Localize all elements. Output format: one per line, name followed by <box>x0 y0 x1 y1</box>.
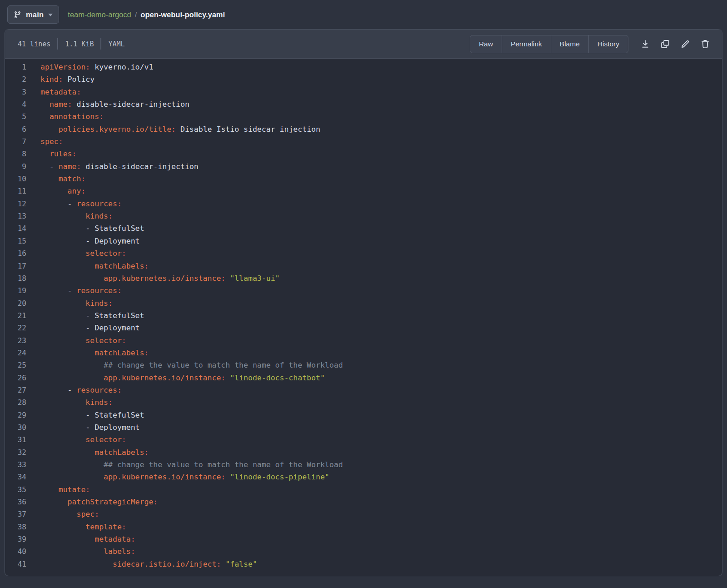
code-token-p <box>40 125 59 134</box>
line-number[interactable]: 41 <box>5 558 26 570</box>
line-number[interactable]: 4 <box>5 98 26 110</box>
code-view: 1apiVersion: kyverno.io/v12kind: Policy3… <box>5 59 722 570</box>
code-line: 38 template: <box>5 521 722 533</box>
line-number[interactable]: 11 <box>5 185 26 197</box>
permalink-button[interactable]: Permalink <box>502 35 551 53</box>
download-icon[interactable] <box>637 35 654 53</box>
branch-selector-button[interactable]: main <box>7 5 59 24</box>
code-text: matchLabels: <box>26 347 149 359</box>
line-number[interactable]: 19 <box>5 284 26 297</box>
code-line: 9 - name: disable-sidecar-injection <box>5 160 722 173</box>
code-token-p <box>40 498 68 506</box>
history-button[interactable]: History <box>588 35 628 53</box>
line-number[interactable]: 21 <box>5 309 26 322</box>
code-token-c: : <box>144 262 149 270</box>
line-number[interactable]: 13 <box>5 210 26 222</box>
code-text: - resources: <box>26 384 122 396</box>
code-token-c: : <box>108 299 113 308</box>
line-number[interactable]: 31 <box>5 434 26 446</box>
copy-icon[interactable] <box>657 35 674 53</box>
line-number[interactable]: 30 <box>5 421 26 434</box>
code-token-p: - Deployment <box>40 237 140 245</box>
code-token-c: : <box>122 336 126 345</box>
line-number[interactable]: 25 <box>5 359 26 371</box>
line-number[interactable]: 37 <box>5 508 26 520</box>
line-number[interactable]: 38 <box>5 521 26 533</box>
code-token-k: spec <box>76 510 95 518</box>
line-number[interactable]: 9 <box>5 160 26 173</box>
code-line: 34 app.kubernetes.io/instance: "linode-d… <box>5 471 722 483</box>
line-number[interactable]: 20 <box>5 297 26 309</box>
edit-icon[interactable] <box>677 35 694 53</box>
file-header-bar: 41 lines 1.1 KiB YAML Raw Permalink Blam… <box>5 30 722 59</box>
code-text: - name: disable-sidecar-injection <box>26 160 199 173</box>
code-token-p: Policy <box>63 75 95 84</box>
code-text: - resources: <box>26 284 122 297</box>
code-line: 20 kinds: <box>5 297 722 309</box>
breadcrumb-repo-link[interactable]: team-demo-argocd <box>68 10 131 19</box>
code-line: 16 selector: <box>5 247 722 259</box>
line-number[interactable]: 18 <box>5 272 26 284</box>
line-number[interactable]: 8 <box>5 148 26 160</box>
code-line: 2kind: Policy <box>5 73 722 85</box>
line-number[interactable]: 34 <box>5 471 26 483</box>
delete-icon[interactable] <box>697 35 714 53</box>
line-number[interactable]: 6 <box>5 123 26 135</box>
code-token-p <box>40 361 104 369</box>
code-token-s: "llama3-ui" <box>230 274 279 283</box>
code-token-c: : <box>99 112 104 121</box>
blame-button[interactable]: Blame <box>551 35 589 53</box>
code-token-p <box>40 485 59 494</box>
line-number[interactable]: 12 <box>5 198 26 210</box>
code-line: 33 ## change the value to match the name… <box>5 458 722 471</box>
code-line: 18 app.kubernetes.io/instance: "llama3-u… <box>5 272 722 284</box>
line-number[interactable]: 17 <box>5 260 26 272</box>
code-token-k: kinds <box>85 212 108 220</box>
code-token-k: metadata <box>95 535 130 543</box>
line-number[interactable]: 36 <box>5 496 26 508</box>
code-line: 7spec: <box>5 135 722 148</box>
line-number[interactable]: 3 <box>5 86 26 98</box>
code-token-p <box>40 460 104 469</box>
code-token-k: patchStrategicMerge <box>68 498 154 506</box>
code-text: spec: <box>26 135 63 148</box>
code-text: - Deployment <box>26 421 140 434</box>
code-text: app.kubernetes.io/instance: "linode-docs… <box>26 372 325 384</box>
line-number[interactable]: 33 <box>5 458 26 471</box>
code-token-k: selector <box>85 435 121 444</box>
line-number[interactable]: 32 <box>5 446 26 458</box>
line-number[interactable]: 16 <box>5 247 26 259</box>
line-number[interactable]: 1 <box>5 61 26 73</box>
line-number[interactable]: 23 <box>5 334 26 347</box>
code-text: apiVersion: kyverno.io/v1 <box>26 61 153 73</box>
line-number[interactable]: 15 <box>5 235 26 247</box>
code-token-k: app.kubernetes.io/instance <box>104 473 221 481</box>
code-token-c: : <box>59 75 63 84</box>
code-token-k: rules <box>50 149 72 158</box>
line-number[interactable]: 35 <box>5 483 26 496</box>
code-token-k: match <box>59 174 81 183</box>
line-number[interactable]: 29 <box>5 409 26 421</box>
code-token-p <box>40 149 50 158</box>
code-token-s: "linode-docs-pipeline" <box>230 473 329 481</box>
line-number[interactable]: 39 <box>5 533 26 545</box>
line-number[interactable]: 24 <box>5 347 26 359</box>
line-number[interactable]: 28 <box>5 396 26 409</box>
line-number[interactable]: 7 <box>5 135 26 148</box>
code-token-k: apiVersion <box>40 63 85 71</box>
line-number[interactable]: 22 <box>5 322 26 334</box>
line-number[interactable]: 5 <box>5 110 26 123</box>
line-number[interactable]: 10 <box>5 173 26 185</box>
line-number[interactable]: 40 <box>5 545 26 558</box>
line-number[interactable]: 27 <box>5 384 26 396</box>
line-number[interactable]: 2 <box>5 73 26 85</box>
code-token-p <box>40 187 68 195</box>
breadcrumb: team-demo-argocd / open-webui-policy.yam… <box>68 10 225 19</box>
code-token-k: spec <box>40 137 59 146</box>
code-token-c: : <box>144 349 149 357</box>
raw-button[interactable]: Raw <box>470 35 502 53</box>
line-number[interactable]: 14 <box>5 222 26 234</box>
branch-name: main <box>26 10 44 19</box>
line-number[interactable]: 26 <box>5 372 26 384</box>
code-text: - Deployment <box>26 235 140 247</box>
